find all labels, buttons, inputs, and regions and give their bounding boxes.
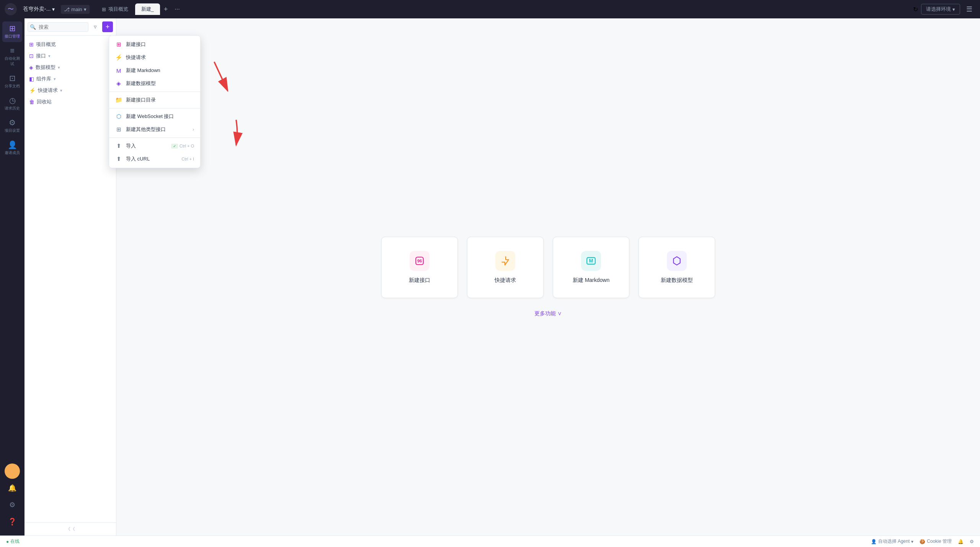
overview-icon: ⊞ <box>29 41 34 47</box>
tree-item-overview[interactable]: ⊞ 项目概览 <box>24 39 116 50</box>
env-selector[interactable]: 请选择环境 ▾ <box>921 4 960 15</box>
tree-arrow-icon: ▾ <box>58 65 60 70</box>
tree-item-datamodel[interactable]: ◈ 数据模型 ▾ <box>24 62 116 73</box>
help-icon[interactable]: ❓ <box>5 514 20 529</box>
agent-icon: 👤 <box>871 539 877 544</box>
sidebar-item-api-management[interactable]: ⊞ 接口管理 <box>2 21 22 42</box>
search-input[interactable] <box>28 22 88 32</box>
statusbar: ● 在线 👤 自动选择 Agent ▾ 🍪 Cookie 管理 🔔 ⚙ <box>0 536 980 547</box>
sidebar-item-invite-members[interactable]: 👤 邀请成员 <box>2 138 22 159</box>
tree-arrow-icon: ▾ <box>48 54 51 59</box>
tab-more-button[interactable]: ··· <box>172 4 183 14</box>
sidebar-item-automation[interactable]: ≡ 自动化测试 <box>2 44 22 70</box>
dropdown-item-label: 导入 <box>126 142 136 149</box>
tree-arrow-icon: ▾ <box>60 88 62 93</box>
project-dropdown-icon: ▾ <box>52 6 55 12</box>
sidebar-item-label: 分享文档 <box>5 84 20 89</box>
sync-icon[interactable]: ↻ <box>913 6 918 13</box>
titlebar: 〜 苍穹外卖-... ▾ ⎇ main ▾ ⊞ 项目概览 新建_ + ··· ↻… <box>0 0 980 18</box>
dropdown-item-label: 新建数据模型 <box>126 80 156 87</box>
dropdown-new-markdown[interactable]: M 新建 Markdown <box>109 64 200 77</box>
tree-item-label: 数据模型 <box>36 64 56 71</box>
quick-action-new-api[interactable]: 96 新建接口 <box>381 237 458 298</box>
dropdown-quick-request[interactable]: ⚡ 快捷请求 <box>109 51 200 64</box>
sidebar-item-request-history[interactable]: ◷ 请求历史 <box>2 93 22 114</box>
menu-icon[interactable]: ☰ <box>963 3 975 15</box>
content-area: 96 新建接口 快捷请求 M <box>116 18 980 536</box>
tree-item-label: 接口 <box>36 52 46 59</box>
filter-button[interactable]: ▿ <box>90 21 101 32</box>
dropdown-item-label: 新建 WebSocket 接口 <box>126 113 174 120</box>
titlebar-right: ↻ 请选择环境 ▾ ☰ <box>913 3 975 15</box>
dropdown-divider-1 <box>109 92 200 92</box>
tab-icon: ⊞ <box>102 7 106 12</box>
search-icon: 🔍 <box>30 24 36 30</box>
tree-item-label: 回收站 <box>37 98 52 105</box>
dropdown-divider-2 <box>109 108 200 108</box>
new-api-card-icon: 96 <box>410 251 430 271</box>
online-status[interactable]: ● 在线 <box>6 538 20 545</box>
add-dropdown-menu: ⊞ 新建接口 ⚡ 快捷请求 M 新建 Markdown ◈ 新建数据模型 📁 新… <box>109 35 201 168</box>
quick-action-new-datamodel[interactable]: 新建数据模型 <box>639 237 715 298</box>
tab-new[interactable]: 新建_ <box>135 3 160 15</box>
settings-bottom-icon[interactable]: ⚙ <box>5 497 20 513</box>
project-name[interactable]: 苍穹外卖-... ▾ <box>20 4 58 14</box>
panel-collapse-button[interactable]: 《《 <box>24 522 116 536</box>
dropdown-new-directory[interactable]: 📁 新建接口目录 <box>109 93 200 106</box>
quick-request-icon: ⚡ <box>29 87 36 93</box>
dropdown-new-api[interactable]: ⊞ 新建接口 <box>109 38 200 51</box>
other-type-icon: ⊞ <box>115 126 122 133</box>
markdown-card-label: 新建 Markdown <box>573 277 609 284</box>
sidebar-bottom: 🔔 ⚙ ❓ <box>5 463 20 532</box>
svg-text:96: 96 <box>417 259 422 263</box>
import-shortcut: ✓ Ctrl + O <box>171 144 194 149</box>
submenu-arrow-icon: › <box>193 127 194 132</box>
dropdown-new-datamodel[interactable]: ◈ 新建数据模型 <box>109 77 200 90</box>
branch-dropdown-icon: ▾ <box>84 7 87 12</box>
dropdown-item-label: 新建接口 <box>126 41 146 48</box>
user-avatar[interactable] <box>5 463 20 479</box>
quick-action-new-markdown[interactable]: M 新建 Markdown <box>553 237 629 298</box>
env-dropdown-icon: ▾ <box>952 7 955 12</box>
quick-request-card-icon <box>495 251 515 271</box>
dropdown-new-websocket[interactable]: ⬡ 新建 WebSocket 接口 <box>109 110 200 123</box>
quick-request-icon: ⚡ <box>115 54 122 61</box>
tree-item-label: 项目概览 <box>36 41 56 48</box>
agent-selector[interactable]: 👤 自动选择 Agent ▾ <box>871 538 914 545</box>
dropdown-import[interactable]: ⬆ 导入 ✓ Ctrl + O <box>109 139 200 152</box>
quick-request-card-label: 快捷请求 <box>495 277 516 284</box>
sidebar-item-label: 自动化测试 <box>4 56 21 67</box>
api-management-icon: ⊞ <box>9 25 16 32</box>
tree-item-api[interactable]: ⊡ 接口 ▾ <box>24 50 116 62</box>
dropdown-item-label: 导入 cURL <box>126 156 150 162</box>
cookie-manager[interactable]: 🍪 Cookie 管理 <box>920 538 952 545</box>
sidebar-item-share-docs[interactable]: ⊡ 分享文档 <box>2 71 22 92</box>
tree-item-recycle[interactable]: 🗑 回收站 <box>24 96 116 108</box>
invite-icon: 👤 <box>8 141 17 149</box>
add-button[interactable]: + <box>102 21 113 32</box>
api-icon: ⊡ <box>29 53 34 59</box>
icon-sidebar: ⊞ 接口管理 ≡ 自动化测试 ⊡ 分享文档 ◷ 请求历史 ⚙ 项目设置 👤 邀请… <box>0 18 24 536</box>
more-features-button[interactable]: 更多功能 ∨ <box>534 310 562 317</box>
branch-selector[interactable]: ⎇ main ▾ <box>61 5 89 14</box>
dropdown-new-other-type[interactable]: ⊞ 新建其他类型接口 › <box>109 123 200 136</box>
datamodel-icon: ◈ <box>29 64 33 70</box>
tab-project-overview[interactable]: ⊞ 项目概览 <box>96 3 134 15</box>
dropdown-import-curl[interactable]: ⬆ 导入 cURL Ctrl + I <box>109 152 200 165</box>
statusbar-notification-icon[interactable]: 🔔 <box>958 539 964 544</box>
statusbar-settings-icon[interactable]: ⚙ <box>970 539 974 544</box>
notifications-icon[interactable]: 🔔 <box>5 480 20 496</box>
statusbar-right: 👤 自动选择 Agent ▾ 🍪 Cookie 管理 🔔 ⚙ <box>871 538 974 545</box>
tree-item-quick-request[interactable]: ⚡ 快捷请求 ▾ <box>24 85 116 96</box>
settings-icon: ⚙ <box>9 119 16 126</box>
dropdown-item-label: 新建其他类型接口 <box>126 126 166 133</box>
quick-action-quick-request[interactable]: 快捷请求 <box>467 237 544 298</box>
new-api-icon: ⊞ <box>115 41 122 48</box>
sidebar-item-label: 请求历史 <box>5 106 20 111</box>
sidebar-item-project-settings[interactable]: ⚙ 项目设置 <box>2 116 22 136</box>
search-wrap: 🔍 <box>28 22 88 32</box>
markdown-card-icon: M <box>581 251 601 271</box>
datamodel-card-label: 新建数据模型 <box>661 277 693 284</box>
tree-item-components[interactable]: ◧ 组件库 ▾ <box>24 73 116 85</box>
tab-add-button[interactable]: + <box>161 4 171 15</box>
